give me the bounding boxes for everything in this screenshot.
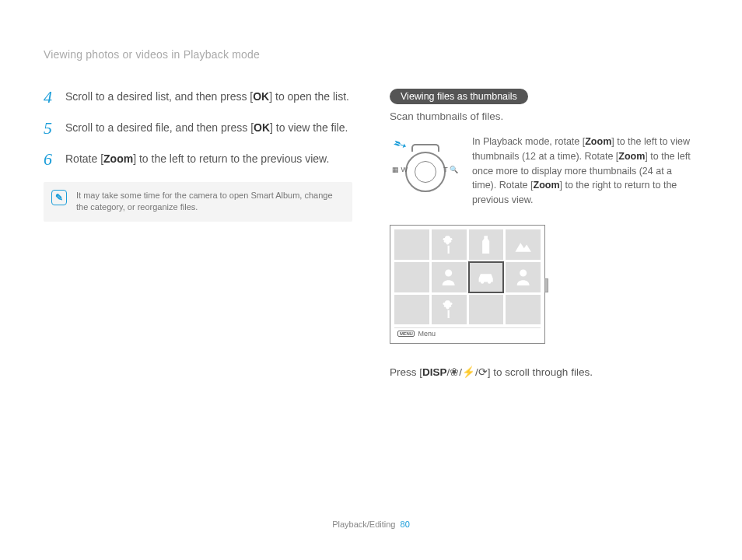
zoom-description: In Playback mode, rotate [Zoom] to the l… bbox=[472, 135, 698, 208]
thumbnail-screen: MENU Menu bbox=[390, 225, 545, 345]
mountain-icon bbox=[511, 234, 535, 255]
step-pre: Scroll to a desired list, and then press… bbox=[65, 90, 253, 103]
step-text: Scroll to a desired file, and then press… bbox=[65, 120, 348, 135]
left-column: 4 Scroll to a desired list, and then pre… bbox=[44, 89, 352, 504]
menu-badge-icon: MENU bbox=[397, 331, 415, 337]
step-post: ] to the left to return to the previous … bbox=[133, 152, 329, 165]
step-5: 5 Scroll to a desired file, and then pre… bbox=[44, 120, 352, 137]
car-icon bbox=[474, 266, 498, 287]
menu-bar: MENU Menu bbox=[394, 327, 541, 339]
section-subtext: Scan thumbnails of files. bbox=[390, 110, 698, 122]
footer-section: Playback/Editing bbox=[332, 520, 395, 529]
flash-icon: ⚡ bbox=[462, 366, 475, 378]
page-header: Viewing photos or videos in Playback mod… bbox=[44, 48, 698, 61]
step-pre: Rotate [ bbox=[65, 152, 103, 165]
thumbnail-selected bbox=[469, 262, 504, 292]
ok-label: OK bbox=[253, 90, 269, 103]
step-4: 4 Scroll to a desired list, and then pre… bbox=[44, 89, 352, 106]
person-icon bbox=[436, 266, 460, 287]
rotate-left-arrow-icon: ➴ bbox=[389, 132, 410, 156]
flower-icon bbox=[436, 234, 460, 255]
step-number: 5 bbox=[44, 120, 58, 137]
thumbnail bbox=[394, 229, 429, 260]
thumbnail bbox=[432, 229, 467, 260]
step-number: 4 bbox=[44, 89, 58, 106]
zoom-label: Zoom bbox=[103, 152, 133, 165]
thumbnail bbox=[432, 262, 467, 292]
thumbnail bbox=[506, 229, 541, 260]
timer-icon: ⟳ bbox=[478, 366, 488, 378]
thumbnail bbox=[469, 229, 504, 260]
ok-label: OK bbox=[254, 121, 270, 134]
scroll-instruction: Press [DISP/❀/⚡/⟳] to scroll through fil… bbox=[390, 366, 698, 378]
step-6: 6 Rotate [Zoom] to the left to return to… bbox=[44, 151, 352, 168]
thumbnail-scrollbar bbox=[544, 278, 548, 292]
step-post: ] to view the file. bbox=[270, 121, 348, 134]
thumbnail bbox=[469, 295, 504, 325]
step-text: Scroll to a desired list, and then press… bbox=[65, 89, 349, 104]
zoom-t-label: T 🔍 bbox=[443, 166, 458, 173]
person-icon bbox=[511, 266, 535, 287]
step-post: ] to open the list. bbox=[269, 90, 349, 103]
note-icon: ✎ bbox=[51, 190, 67, 205]
zoom-dial-illustration: ➴ ▦ W T 🔍 bbox=[390, 135, 460, 205]
section-pill: Viewing files as thumbnails bbox=[390, 89, 528, 104]
step-text: Rotate [Zoom] to the left to return to t… bbox=[65, 151, 329, 166]
menu-label: Menu bbox=[418, 330, 436, 338]
macro-icon: ❀ bbox=[450, 366, 459, 378]
zoom-w-label: ▦ W bbox=[392, 166, 408, 173]
right-column: Viewing files as thumbnails Scan thumbna… bbox=[390, 89, 698, 504]
flower-icon bbox=[436, 299, 460, 320]
page-footer: Playback/Editing 80 bbox=[44, 504, 698, 529]
note-text: It may take some time for the camera to … bbox=[76, 190, 343, 214]
page-number: 80 bbox=[401, 520, 410, 529]
step-number: 6 bbox=[44, 151, 58, 168]
thumbnail bbox=[432, 295, 467, 325]
bottle-icon bbox=[474, 234, 498, 255]
disp-label: DISP bbox=[422, 366, 447, 378]
thumbnail bbox=[394, 295, 429, 325]
thumbnail bbox=[394, 262, 429, 292]
thumbnail bbox=[506, 262, 541, 292]
thumbnail bbox=[506, 295, 541, 325]
note-box: ✎ It may take some time for the camera t… bbox=[44, 182, 352, 222]
step-pre: Scroll to a desired file, and then press… bbox=[65, 121, 254, 134]
